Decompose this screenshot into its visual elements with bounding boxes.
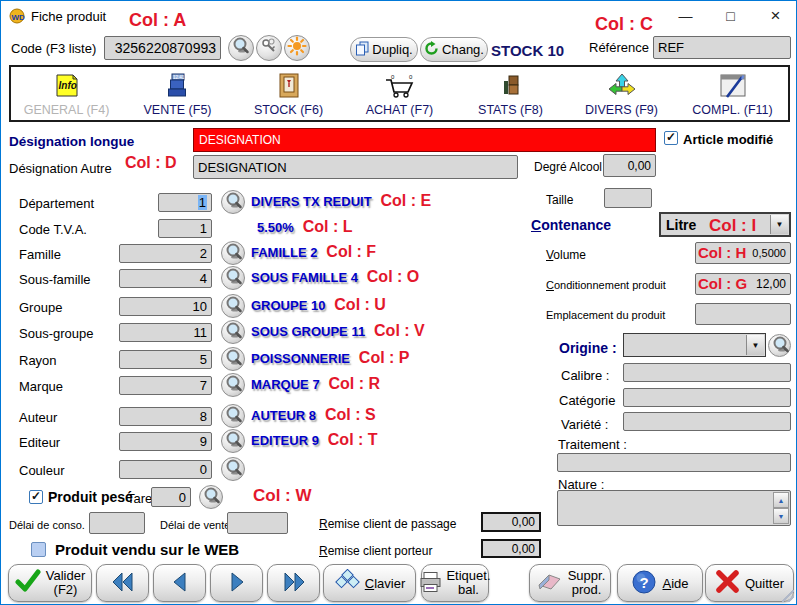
maximize-button[interactable]: □ (708, 1, 753, 31)
valider-button[interactable]: Valider(F2) (8, 564, 92, 602)
groupe-input[interactable]: 10 (119, 297, 212, 316)
svg-text:Info: Info (58, 80, 76, 91)
marque-input[interactable]: 7 (119, 376, 212, 395)
auteur-link[interactable]: AUTEUR 8 (251, 408, 316, 423)
tab-achat[interactable]: 00 ACHAT (F7) (344, 67, 455, 120)
sous-groupe-lookup-button[interactable] (221, 320, 245, 344)
auteur-input[interactable]: 8 (119, 407, 212, 426)
cash-register-icon: 12.41 (165, 72, 191, 102)
article-modifie-checkbox[interactable] (664, 131, 678, 145)
departement-input[interactable]: 1 (158, 193, 212, 212)
nature-input[interactable]: ▲▼ (557, 490, 791, 526)
departement-lookup-button[interactable] (221, 190, 245, 214)
annotation-col-w: Col : W (253, 486, 312, 506)
sous-groupe-link[interactable]: SOUS GROUPE 11 (251, 324, 365, 339)
previous-record-button[interactable] (153, 564, 206, 602)
chevron-down-icon[interactable]: ▼ (746, 335, 764, 355)
calibre-input[interactable] (623, 363, 791, 382)
famille-link[interactable]: FAMILLE 2 (251, 245, 317, 260)
rayon-link[interactable]: POISSONNERIE (251, 351, 350, 366)
magnifier-icon (224, 405, 243, 428)
editeur-lookup-button[interactable] (221, 429, 245, 453)
famille-input[interactable]: 2 (119, 244, 212, 263)
article-modifie-label: Article modifié (683, 132, 773, 147)
spin-up-icon: ▲ (773, 492, 789, 508)
delai-vente-input[interactable] (227, 512, 288, 534)
etiquette-balance-button[interactable]: Etiquet.bal. (421, 564, 489, 602)
first-record-button[interactable] (96, 564, 149, 602)
tab-divers[interactable]: DIVERS (F9) (566, 67, 677, 120)
conditionnement-input[interactable]: Col : G 12,00 (695, 273, 791, 295)
couleur-input[interactable]: 0 (119, 460, 212, 479)
sous-famille-lookup-button[interactable] (221, 266, 245, 290)
tab-stock[interactable]: STOCK (F6) (233, 67, 344, 120)
produit-web-checkbox[interactable] (31, 542, 46, 557)
tare-lookup-button[interactable] (199, 485, 223, 509)
clavier-button[interactable]: Clavier (323, 564, 416, 602)
code-tva-input[interactable]: 1 (158, 219, 212, 238)
produit-pese-label: Produit pesé (48, 489, 133, 505)
annotation-col-u: Col : U (334, 296, 386, 313)
tab-stats[interactable]: STATS (F8) (455, 67, 566, 120)
sous-groupe-input[interactable]: 11 (119, 323, 212, 342)
sous-famille-link[interactable]: SOUS FAMILLE 4 (251, 270, 358, 285)
emplacement-input[interactable] (695, 303, 791, 325)
produit-pese-checkbox[interactable] (29, 490, 43, 504)
variete-input[interactable] (623, 412, 791, 431)
cabinet-icon (277, 72, 301, 102)
search-product-button[interactable] (228, 35, 254, 61)
supprimer-produit-button[interactable]: Suppr.prod. (529, 564, 611, 602)
nature-spinner[interactable]: ▲▼ (773, 492, 789, 524)
origine-select[interactable]: ▼ (623, 333, 766, 357)
resize-grip[interactable] (782, 590, 794, 602)
tab-general[interactable]: Info GENERAL (F4) (11, 67, 122, 120)
volume-input[interactable]: Col : H 0,5000 (695, 242, 791, 264)
contenance-select[interactable]: Litre Col : I ▼ (659, 212, 791, 237)
rayon-input[interactable]: 5 (119, 350, 212, 369)
code-input[interactable]: 3256220870993 (104, 36, 221, 60)
origine-lookup-button[interactable] (768, 334, 791, 357)
sun-button[interactable] (284, 35, 310, 61)
departement-link[interactable]: DIVERS TX REDUIT (251, 194, 372, 209)
chevron-down-icon[interactable]: ▼ (770, 215, 788, 234)
groupe-link[interactable]: GROUPE 10 (251, 298, 325, 313)
remise-porteur-input[interactable]: 0,00 (481, 539, 541, 558)
designation-autre-input[interactable]: DESIGNATION (193, 155, 518, 179)
next-record-button[interactable] (210, 564, 263, 602)
degre-alcool-input[interactable]: 0,00 (603, 154, 656, 177)
svg-text:12.41: 12.41 (173, 75, 185, 80)
remise-passage-input[interactable]: 0,00 (481, 512, 541, 532)
dupliq-button[interactable]: Dupliq. (350, 37, 418, 62)
chang-button[interactable]: Chang. (420, 37, 488, 62)
tare-input[interactable]: 0 (151, 487, 191, 507)
remise-passage-label: Remise client de passage (319, 517, 456, 531)
sous-groupe-label: Sous-groupe (19, 326, 93, 341)
last-record-button[interactable] (267, 564, 320, 602)
famille-lookup-button[interactable] (221, 241, 245, 265)
taille-input[interactable] (604, 188, 652, 208)
marque-lookup-button[interactable] (221, 373, 245, 397)
editeur-input[interactable]: 9 (119, 432, 212, 451)
designation-longue-input[interactable]: DESIGNATION (193, 128, 656, 152)
aide-button[interactable]: ? Aide (617, 564, 703, 602)
rayon-label: Rayon (19, 353, 57, 368)
close-button[interactable]: × (753, 1, 797, 31)
reference-input[interactable]: REF (653, 36, 791, 59)
editeur-link[interactable]: EDITEUR 9 (251, 433, 319, 448)
keys-button[interactable] (256, 35, 282, 61)
delai-conso-input[interactable] (89, 512, 145, 534)
auteur-lookup-button[interactable] (221, 404, 245, 428)
couleur-lookup-button[interactable] (221, 457, 245, 481)
rayon-lookup-button[interactable] (221, 347, 245, 371)
groupe-lookup-button[interactable] (221, 294, 245, 318)
tab-compl[interactable]: COMPL. (F11) (677, 67, 788, 120)
quitter-button[interactable]: Quitter (705, 564, 794, 602)
categorie-input[interactable] (623, 388, 791, 407)
sous-famille-input[interactable]: 4 (119, 269, 212, 288)
marque-link[interactable]: MARQUE 7 (251, 377, 320, 392)
traitement-input[interactable] (557, 453, 791, 472)
minimize-button[interactable]: — (663, 1, 708, 31)
refresh-icon (424, 41, 439, 59)
tab-vente[interactable]: 12.41 VENTE (F5) (122, 67, 233, 120)
info-note-icon: Info (54, 72, 80, 102)
